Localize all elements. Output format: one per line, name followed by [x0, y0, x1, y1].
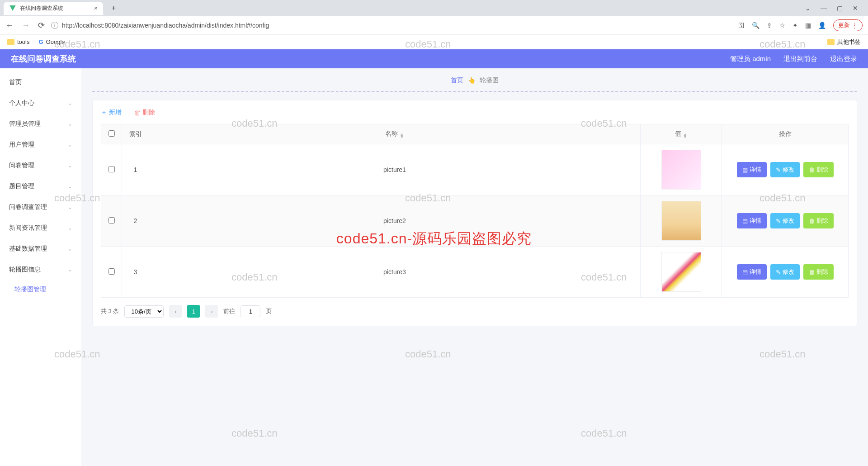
minimize-icon[interactable]: — — [821, 5, 827, 12]
edit-button[interactable]: ✎修改 — [770, 162, 800, 177]
key-icon[interactable]: ⚿ — [738, 22, 745, 29]
thumbnail-image[interactable] — [661, 252, 701, 292]
current-user[interactable]: 管理员 admin — [730, 55, 771, 63]
edit-button[interactable]: ✎修改 — [770, 264, 800, 280]
site-info-icon[interactable]: i — [51, 22, 58, 29]
detail-button[interactable]: ▤详情 — [737, 162, 767, 177]
sidebar-item-user[interactable]: 用户管理⌄ — [0, 134, 81, 155]
sidebar-item-question[interactable]: 题目管理⌄ — [0, 176, 81, 197]
data-table: 索引 名称▲▼ 值▲▼ 操作 1picture1▤详情✎修改🗑删除2pictur… — [101, 124, 849, 298]
thumbnail-image[interactable] — [661, 201, 701, 241]
row-value — [641, 144, 722, 195]
batch-delete-button[interactable]: 🗑删除 — [134, 109, 155, 117]
profile-icon[interactable]: 👤 — [818, 22, 826, 29]
pager-goto-prefix: 前往 — [223, 307, 235, 315]
sidebar-item-admin[interactable]: 管理员管理⌄ — [0, 114, 81, 134]
sidebar-item-survey[interactable]: 问卷管理⌄ — [0, 155, 81, 176]
dropdown-icon[interactable]: ⌄ — [805, 5, 811, 12]
breadcrumb-icon: 👆 — [468, 76, 476, 84]
col-ops: 操作 — [722, 124, 849, 144]
row-checkbox[interactable] — [108, 268, 115, 275]
pager-prev[interactable]: ‹ — [169, 305, 182, 318]
folder-icon — [7, 39, 14, 45]
panel-icon[interactable]: ▥ — [805, 22, 811, 29]
add-button[interactable]: ＋新增 — [101, 109, 122, 117]
detail-button[interactable]: ▤详情 — [737, 213, 767, 228]
tab-strip: 在线问卷调查系统 × + ⌄ — ▢ ✕ — [0, 0, 868, 16]
tab-title: 在线问卷调查系统 — [20, 5, 63, 12]
col-name[interactable]: 名称▲▼ — [149, 124, 641, 144]
bookmark-google[interactable]: GGoogle — [38, 38, 65, 45]
delete-button[interactable]: 🗑删除 — [803, 162, 834, 177]
share-icon[interactable]: ⇪ — [767, 22, 772, 29]
detail-icon: ▤ — [742, 269, 748, 276]
chevron-down-icon: ⌄ — [68, 246, 72, 252]
reload-icon[interactable]: ⟳ — [38, 20, 45, 30]
update-button[interactable]: 更新⋮ — [833, 19, 863, 31]
maximize-icon[interactable]: ▢ — [837, 5, 843, 12]
new-tab-button[interactable]: + — [108, 2, 120, 15]
breadcrumb-home[interactable]: 首页 — [451, 76, 463, 84]
back-icon[interactable]: ← — [5, 21, 14, 30]
chevron-down-icon: ⌄ — [68, 162, 72, 169]
col-value[interactable]: 值▲▼ — [641, 124, 722, 144]
chevron-down-icon: ⌄ — [68, 183, 72, 190]
row-checkbox[interactable] — [108, 217, 115, 223]
sidebar-item-profile[interactable]: 个人中心⌄ — [0, 93, 81, 114]
folder-icon — [827, 39, 835, 45]
sidebar-sub-carousel-manage[interactable]: 轮播图管理 — [0, 280, 81, 299]
logout-link[interactable]: 退出登录 — [830, 55, 857, 63]
row-index: 1 — [122, 144, 149, 195]
sidebar-item-news[interactable]: 新闻资讯管理⌄ — [0, 218, 81, 238]
pager-next[interactable]: › — [205, 305, 218, 318]
forward-icon[interactable]: → — [22, 21, 30, 30]
main-layout: 首页 个人中心⌄ 管理员管理⌄ 用户管理⌄ 问卷管理⌄ 题目管理⌄ 问卷调查管理… — [0, 68, 868, 466]
pager-page-1[interactable]: 1 — [187, 305, 200, 318]
browser-tab[interactable]: 在线问卷调查系统 × — [4, 2, 103, 15]
trash-icon: 🗑 — [809, 218, 815, 224]
sidebar-item-carousel[interactable]: 轮播图信息⌄ — [0, 259, 81, 280]
row-index: 3 — [122, 247, 149, 298]
page-size-select[interactable]: 10条/页 — [124, 305, 164, 318]
content-area: 首页 👆 轮播图 ＋新增 🗑删除 索引 名称▲▼ 值▲▼ — [81, 68, 868, 466]
chevron-down-icon: ⌄ — [68, 142, 72, 148]
pager-goto-suffix: 页 — [266, 307, 272, 315]
extensions-icon[interactable]: ✦ — [793, 22, 798, 29]
goto-front-link[interactable]: 退出到前台 — [783, 55, 817, 63]
close-window-icon[interactable]: ✕ — [853, 5, 858, 12]
row-index: 2 — [122, 195, 149, 247]
delete-button[interactable]: 🗑删除 — [803, 213, 834, 228]
zoom-icon[interactable]: 🔍 — [752, 22, 760, 29]
window-controls: ⌄ — ▢ ✕ — [795, 5, 868, 12]
select-all-checkbox[interactable] — [108, 130, 115, 137]
sidebar-item-surveyrun[interactable]: 问卷调查管理⌄ — [0, 197, 81, 218]
url-text: http://localhost:8080/zaixianwenjuandiao… — [62, 22, 269, 29]
sidebar-item-basedata[interactable]: 基础数据管理⌄ — [0, 238, 81, 259]
sidebar: 首页 个人中心⌄ 管理员管理⌄ 用户管理⌄ 问卷管理⌄ 题目管理⌄ 问卷调查管理… — [0, 68, 81, 466]
detail-icon: ▤ — [742, 166, 748, 173]
pagination: 共 3 条 10条/页 ‹ 1 › 前往 页 — [101, 305, 849, 318]
chevron-down-icon: ⌄ — [68, 225, 72, 231]
pager-goto-input[interactable] — [241, 305, 260, 317]
chevron-down-icon: ⌄ — [68, 100, 72, 106]
delete-button[interactable]: 🗑删除 — [803, 264, 834, 280]
bookmark-star-icon[interactable]: ☆ — [779, 22, 785, 29]
row-value — [641, 195, 722, 247]
detail-icon: ▤ — [742, 218, 748, 224]
table-header-row: 索引 名称▲▼ 值▲▼ 操作 — [101, 124, 849, 144]
edit-icon: ✎ — [776, 166, 781, 173]
tab-close-icon[interactable]: × — [94, 5, 98, 12]
table-row: 2picture2▤详情✎修改🗑删除 — [101, 195, 849, 247]
bookmark-tools[interactable]: tools — [7, 38, 29, 45]
detail-button[interactable]: ▤详情 — [737, 264, 767, 280]
sidebar-item-home[interactable]: 首页 — [0, 72, 81, 93]
thumbnail-image[interactable] — [661, 150, 701, 190]
url-bar[interactable]: i http://localhost:8080/zaixianwenjuandi… — [51, 20, 732, 31]
row-checkbox[interactable] — [108, 166, 115, 172]
toolbar: ＋新增 🗑删除 — [101, 109, 849, 117]
app-header: 在线问卷调查系统 管理员 admin 退出到前台 退出登录 — [0, 49, 868, 68]
edit-button[interactable]: ✎修改 — [770, 213, 800, 228]
address-actions: ⚿ 🔍 ⇪ ☆ ✦ ▥ 👤 更新⋮ — [738, 19, 863, 31]
bookmark-other[interactable]: 其他书签 — [827, 38, 861, 46]
table-row: 3picture3▤详情✎修改🗑删除 — [101, 247, 849, 298]
